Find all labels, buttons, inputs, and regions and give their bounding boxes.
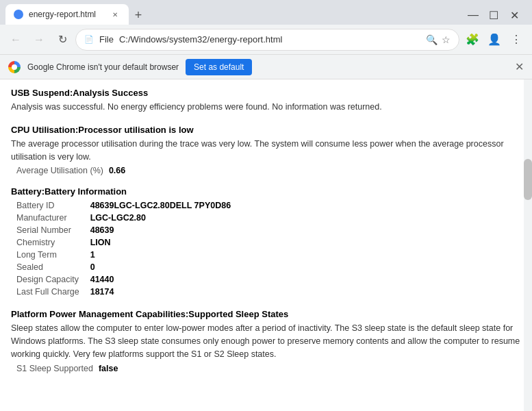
battery-title: Battery:Battery Information (11, 186, 521, 197)
battery-row-value: 41440 (90, 273, 242, 286)
tab-favicon (14, 10, 23, 19)
table-row: Design Capacity 41440 (16, 273, 242, 286)
battery-row-value: LION (90, 236, 242, 249)
address-prefix: File (99, 34, 114, 45)
table-row: Manufacturer LGC-LGC2.80 (16, 212, 242, 224)
s1-sleep-row: S1 Sleep Supported false (16, 364, 521, 373)
address-right-icons: 🔍 ☆ (426, 34, 451, 45)
usb-section: USB Suspend:Analysis Success Analysis wa… (11, 88, 521, 114)
banner-close-button[interactable]: ✕ (515, 60, 524, 73)
s1-sleep-value: false (99, 364, 118, 373)
battery-section: Battery:Battery Information Battery ID 4… (11, 186, 521, 298)
tab-bar: energy-report.html ✕ + — ☐ ✕ (0, 0, 532, 25)
page-content: USB Suspend:Analysis Success Analysis wa… (0, 79, 532, 411)
default-browser-banner: Google Chrome isn't your default browser… (0, 55, 532, 79)
s1-sleep-label: S1 Sleep Supported (16, 364, 93, 373)
cpu-avg-label: Average Utilisation (%) (16, 166, 103, 175)
address-bar-row: ← → ↻ 📄 File C:/Windows/system32/energy-… (0, 25, 532, 55)
battery-row-label: Battery ID (16, 199, 90, 212)
battery-row-label: Long Term (16, 249, 90, 261)
cpu-avg-value: 0.66 (109, 166, 125, 175)
toolbar-icons: 🧩 👤 ⋮ (462, 29, 527, 50)
cpu-desc: The average processor utilisation during… (11, 138, 521, 164)
tab-close-button[interactable]: ✕ (110, 9, 121, 20)
battery-row-value: 48639 (90, 224, 242, 236)
platform-section: Platform Power Management Capabilities:S… (11, 309, 521, 373)
minimize-button[interactable]: — (464, 5, 483, 25)
battery-row-label: Sealed (16, 261, 90, 273)
scrollbar-track (524, 79, 532, 411)
chrome-logo (8, 61, 21, 73)
scrollbar-thumb[interactable] (524, 159, 532, 200)
new-tab-button[interactable]: + (129, 5, 148, 25)
address-bar[interactable]: 📄 File C:/Windows/system32/energy-report… (75, 29, 459, 51)
extensions-button[interactable]: 🧩 (462, 29, 483, 50)
table-row: Long Term 1 (16, 249, 242, 261)
battery-row-label: Serial Number (16, 224, 90, 236)
back-button[interactable]: ← (5, 29, 26, 50)
active-tab[interactable]: energy-report.html ✕ (5, 4, 129, 25)
file-icon: 📄 (84, 35, 94, 44)
table-row: Chemistry LION (16, 236, 242, 249)
table-row: Battery ID 48639LGC-LGC2.80DELL 7PY0D86 (16, 199, 242, 212)
platform-title: Platform Power Management Capabilities:S… (11, 309, 521, 319)
table-row: Sealed 0 (16, 261, 242, 273)
set-default-button[interactable]: Set as default (186, 59, 252, 75)
battery-row-value: LGC-LGC2.80 (90, 212, 242, 224)
battery-row-label: Chemistry (16, 236, 90, 249)
search-icon[interactable]: 🔍 (426, 34, 438, 45)
battery-row-label: Last Full Charge (16, 286, 90, 298)
usb-title: USB Suspend:Analysis Success (11, 88, 521, 98)
battery-row-value: 48639LGC-LGC2.80DELL 7PY0D86 (90, 199, 242, 212)
bookmark-icon[interactable]: ☆ (442, 34, 451, 45)
battery-row-label: Manufacturer (16, 212, 90, 224)
cpu-avg-row: Average Utilisation (%) 0.66 (16, 166, 521, 175)
menu-button[interactable]: ⋮ (506, 29, 527, 50)
battery-row-value: 0 (90, 261, 242, 273)
restore-button[interactable]: ☐ (484, 5, 503, 25)
tab-title: energy-report.html (29, 10, 96, 19)
platform-desc: Sleep states allow the computer to enter… (11, 322, 521, 360)
battery-table: Battery ID 48639LGC-LGC2.80DELL 7PY0D86M… (16, 199, 242, 298)
close-button[interactable]: ✕ (505, 5, 524, 25)
usb-desc: Analysis was successful. No energy effic… (11, 101, 521, 114)
address-url: C:/Windows/system32/energy-report.html (119, 34, 282, 45)
forward-button[interactable]: → (29, 29, 49, 50)
table-row: Last Full Charge 18174 (16, 286, 242, 298)
battery-row-value: 1 (90, 249, 242, 261)
profile-button[interactable]: 👤 (484, 29, 505, 50)
battery-row-label: Design Capacity (16, 273, 90, 286)
cpu-section: CPU Utilisation:Processor utilisation is… (11, 125, 521, 176)
battery-row-value: 18174 (90, 286, 242, 298)
table-row: Serial Number 48639 (16, 224, 242, 236)
refresh-button[interactable]: ↻ (52, 29, 73, 50)
cpu-title: CPU Utilisation:Processor utilisation is… (11, 125, 521, 135)
banner-text: Google Chrome isn't your default browser (27, 62, 179, 72)
